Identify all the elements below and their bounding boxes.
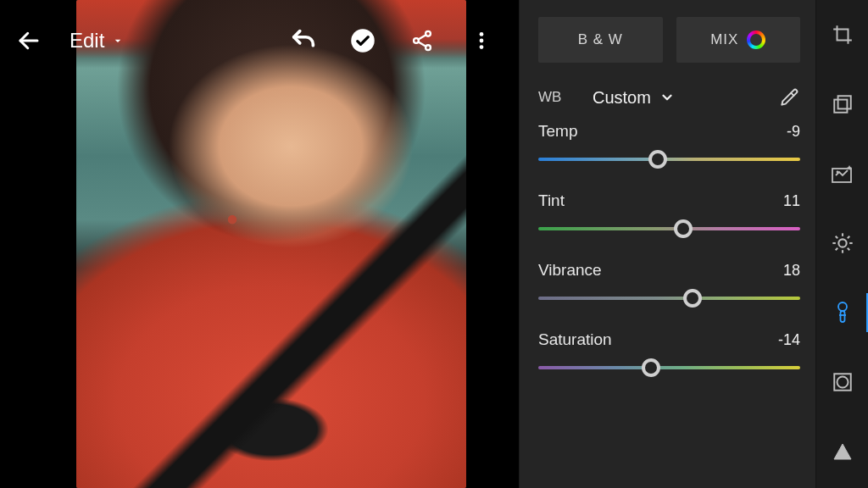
rail-crop-button[interactable] (816, 0, 869, 69)
slider-vibrance-gradient (538, 297, 800, 300)
svg-point-8 (480, 39, 484, 43)
svg-rect-10 (834, 100, 847, 113)
color-wheel-icon (747, 30, 765, 49)
rail-light-button[interactable] (816, 208, 869, 278)
slider-temp: Temp -9 (538, 115, 800, 185)
slider-tint-track[interactable] (538, 219, 800, 239)
white-balance-row: WB Custom (538, 85, 800, 115)
svg-line-22 (847, 236, 849, 238)
slider-saturation-track[interactable] (538, 358, 800, 378)
share-button[interactable] (403, 22, 441, 59)
wb-preset-value: Custom (593, 88, 651, 108)
color-mode-tabs: B & W MIX (538, 0, 800, 85)
edit-mode-dropdown[interactable]: Edit (70, 29, 125, 53)
slider-vibrance-value: 18 (783, 262, 800, 280)
undo-button[interactable] (285, 22, 322, 59)
photo-viewport: Edit (0, 0, 519, 488)
tool-rail (815, 0, 868, 488)
slider-saturation-value: -14 (778, 331, 800, 349)
slider-tint-gradient (538, 227, 800, 230)
slider-temp-gradient (538, 158, 800, 161)
rail-effects-button[interactable] (816, 347, 869, 417)
tab-bw[interactable]: B & W (538, 17, 663, 63)
slider-vibrance-track[interactable] (538, 288, 800, 308)
confirm-button[interactable] (344, 22, 381, 59)
tab-bw-label: B & W (578, 31, 623, 48)
slider-temp-track[interactable] (538, 149, 800, 169)
svg-line-21 (835, 248, 837, 250)
slider-saturation-gradient (538, 366, 800, 369)
tab-mix-label: MIX (710, 31, 738, 48)
slider-tint-value: 11 (783, 192, 800, 210)
slider-tint-label: Tint (538, 191, 565, 210)
svg-rect-11 (837, 96, 850, 108)
slider-vibrance: Vibrance 18 (538, 254, 800, 324)
back-button[interactable] (10, 22, 47, 59)
chevron-down-icon (111, 34, 125, 47)
rail-auto-button[interactable] (816, 139, 869, 208)
svg-line-19 (835, 236, 837, 238)
slider-saturation-label: Saturation (538, 330, 612, 349)
svg-line-5 (419, 35, 426, 39)
slider-saturation-thumb[interactable] (642, 358, 660, 377)
edit-mode-label: Edit (70, 29, 104, 53)
wb-label: WB (538, 89, 593, 106)
svg-line-20 (847, 248, 849, 250)
slider-temp-thumb[interactable] (648, 150, 667, 169)
wb-preset-dropdown[interactable]: Custom (593, 88, 675, 108)
rail-presets-button[interactable] (816, 69, 869, 139)
slider-saturation: Saturation -14 (538, 324, 800, 393)
wb-eyedropper-button[interactable] (778, 86, 800, 108)
svg-point-23 (838, 302, 847, 311)
svg-point-13 (836, 171, 838, 174)
slider-temp-label: Temp (538, 122, 577, 141)
svg-rect-24 (840, 311, 844, 322)
more-menu-button[interactable] (463, 22, 500, 59)
slider-tint-thumb[interactable] (674, 219, 693, 238)
editor-top-bar: Edit (0, 0, 519, 81)
svg-point-14 (838, 239, 846, 247)
rail-color-button[interactable] (816, 278, 869, 347)
slider-vibrance-thumb[interactable] (683, 289, 702, 308)
chevron-down-icon (659, 90, 675, 105)
slider-tint: Tint 11 (538, 185, 800, 254)
color-adjust-panel: B & W MIX WB Custom Temp -9 (519, 0, 815, 488)
svg-point-27 (837, 377, 848, 388)
svg-point-7 (480, 32, 484, 36)
slider-temp-value: -9 (787, 123, 800, 141)
slider-vibrance-label: Vibrance (538, 261, 602, 280)
rail-detail-button[interactable] (816, 417, 869, 486)
tab-mix[interactable]: MIX (676, 17, 801, 63)
svg-point-9 (480, 45, 484, 49)
svg-line-6 (419, 42, 426, 46)
